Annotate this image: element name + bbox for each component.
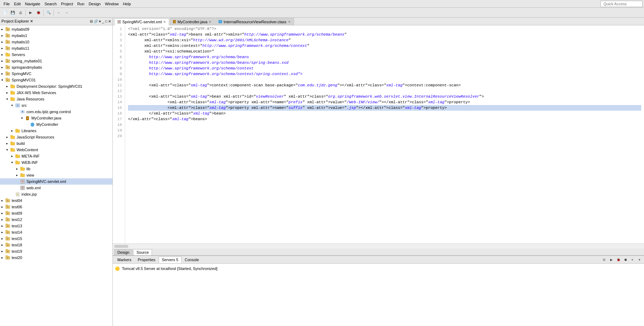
tree-item-lib[interactable]: ▸lib — [0, 166, 112, 172]
tree-item-test14[interactable]: ▸Ptest14 — [0, 229, 112, 235]
tab-close-icon[interactable]: ✕ — [163, 20, 166, 24]
tree-item-mybatis1[interactable]: ▸Pmybatis1 — [0, 32, 112, 39]
server-row[interactable]: 🟡Tomcat v8.5 Server at localhost [Starte… — [114, 265, 643, 272]
code-lines[interactable]: <?xml version="1.0" encoding="UTF-8"?><x… — [125, 25, 644, 244]
menu-project[interactable]: Project — [59, 2, 75, 6]
tree-item-JAXWSWebServices[interactable]: ▸JAX-WS Web Services — [0, 90, 112, 96]
close-icon[interactable]: ✕ — [108, 19, 111, 23]
maximize-icon[interactable]: □ — [105, 19, 107, 23]
tree-arrow-Libraries[interactable]: ▸ — [11, 129, 15, 133]
tree-item-test20[interactable]: ▸Ptest20 — [0, 254, 112, 261]
code-editor[interactable]: 1234567891011121314151617181920 <?xml ve… — [113, 25, 644, 248]
ds-tab-design[interactable]: Design — [114, 249, 133, 255]
tree-arrow-mybatis11[interactable]: ▸ — [1, 47, 5, 50]
tree-arrow-mybatis10[interactable]: ▸ — [1, 40, 5, 44]
tree-item-Libraries[interactable]: ▸Libraries — [0, 128, 112, 134]
tree-item-SpringMVC-servlet.xml[interactable]: ✕SpringMVC-servlet.xml — [0, 178, 112, 185]
menu-edit[interactable]: Edit — [12, 2, 23, 6]
collapse-all-icon[interactable]: ⊟ — [90, 19, 93, 23]
tree-arrow-test06[interactable]: ▸ — [1, 205, 5, 209]
bottom-action-btn-5[interactable]: ▾ — [636, 257, 643, 263]
tree-arrow-view[interactable]: ▸ — [16, 173, 20, 177]
menu-search[interactable]: Search — [42, 2, 59, 6]
tree-item-test15[interactable]: ▸Ptest15 — [0, 235, 112, 242]
tree-item-test19[interactable]: ▸Ptest19 — [0, 248, 112, 254]
minimize-icon[interactable]: _ — [102, 19, 104, 23]
tree-item-view[interactable]: ▸view — [0, 172, 112, 178]
tree-arrow-DeploymentDescriptor[interactable]: ▸ — [6, 85, 10, 88]
tree-item-DeploymentDescriptor[interactable]: ▸Deployment Descriptor: SpringMVC01 — [0, 83, 112, 90]
tree-item-test18[interactable]: ▸Ptest18 — [0, 242, 112, 248]
print-btn[interactable]: 🖨 — [17, 9, 24, 16]
tree-item-MyController[interactable]: CMyController — [0, 121, 112, 128]
tree-item-MyController.java[interactable]: ▾JMyController.java — [0, 115, 112, 121]
tree-item-mybatis11[interactable]: ▸Pmybatis11 — [0, 45, 112, 51]
menu-file[interactable]: File — [1, 2, 12, 6]
tree-item-Servers[interactable]: ▸Servers — [0, 51, 112, 58]
tree-arrow-META-INF[interactable]: ▸ — [11, 154, 15, 158]
tree-arrow-test20[interactable]: ▸ — [1, 256, 5, 259]
tree-arrow-SpringMVC[interactable]: ▸ — [1, 72, 5, 75]
search-btn[interactable]: 🔍 — [45, 9, 52, 16]
tree-item-WEB-INF[interactable]: ▾WEB-INF — [0, 159, 112, 166]
bottom-action-btn-2[interactable]: 🐞 — [615, 257, 621, 263]
tree-arrow-src[interactable]: ▾ — [11, 104, 15, 107]
menu-window[interactable]: Window — [103, 2, 121, 6]
tree-item-spring_mybatis01[interactable]: ▸Pspring_mybatis01 — [0, 58, 112, 64]
bottom-action-btn-1[interactable]: ▶ — [608, 257, 614, 263]
tree-item-mybatis09[interactable]: ▸Pmybatis09 — [0, 26, 112, 32]
tree-item-mybatis10[interactable]: ▸Pmybatis10 — [0, 39, 112, 45]
tree-arrow-test12[interactable]: ▸ — [1, 218, 5, 221]
tree-arrow-WebContent[interactable]: ▾ — [6, 148, 10, 152]
tree-item-test12[interactable]: ▸Ptest12 — [0, 216, 112, 223]
tree-arrow-test19[interactable]: ▸ — [1, 250, 5, 253]
tree-item-springandmybatis[interactable]: ▸Pspringandmybatis — [0, 64, 112, 70]
menu-help[interactable]: Help — [121, 2, 133, 6]
tab-close-icon[interactable]: ✕ — [288, 20, 291, 24]
bottom-action-btn-0[interactable]: ⊟ — [601, 257, 607, 263]
tree-item-META-INF[interactable]: ▸META-INF — [0, 153, 112, 159]
menu-navigate[interactable]: Navigate — [23, 2, 42, 6]
tree-item-test09[interactable]: ▸Ptest09 — [0, 210, 112, 216]
menu-design[interactable]: Design — [86, 2, 103, 6]
tree-item-build[interactable]: ▸build — [0, 140, 112, 147]
tree-item-JavaResources[interactable]: ▾Java Resources — [0, 96, 112, 102]
bottom-tab-console[interactable]: Console — [182, 257, 202, 263]
tree-arrow-test13[interactable]: ▸ — [1, 224, 5, 228]
tree-arrow-WEB-INF[interactable]: ▾ — [11, 161, 15, 164]
tree-arrow-test04[interactable]: ▸ — [1, 199, 5, 202]
tree-item-WebContent[interactable]: ▾WebContent — [0, 147, 112, 153]
tree-arrow-test18[interactable]: ▸ — [1, 243, 5, 247]
link-editor-icon[interactable]: 🔗 — [94, 19, 98, 23]
bottom-tab-properties[interactable]: Properties — [135, 257, 159, 263]
editor-tab-InternalResourceViewResolver-class[interactable]: C InternalResourceViewResolver.class ✕ — [215, 18, 294, 25]
view-menu-icon[interactable]: ▾ — [99, 19, 101, 23]
tree-arrow-JavaScriptResources[interactable]: ▸ — [6, 135, 10, 139]
tree-arrow-JavaResources[interactable]: ▾ — [6, 97, 10, 101]
tree-arrow-mybatis1[interactable]: ▸ — [1, 34, 5, 37]
tree-item-SpringMVC01[interactable]: ▾PSpringMVC01 — [0, 77, 112, 83]
bottom-tab-markers[interactable]: Markers — [114, 257, 135, 263]
horizontal-scrollbar[interactable] — [113, 244, 644, 248]
tree-item-test04[interactable]: ▸Ptest04 — [0, 197, 112, 204]
quick-access-input[interactable] — [600, 1, 643, 7]
new-file-btn[interactable]: 📄 — [1, 9, 8, 16]
bottom-tab-servers[interactable]: Servers 5 — [159, 257, 182, 263]
save-btn[interactable]: 💾 — [9, 9, 16, 16]
hscroll-thumb[interactable] — [114, 245, 128, 248]
tree-item-test13[interactable]: ▸Ptest13 — [0, 223, 112, 229]
tree-arrow-mybatis09[interactable]: ▸ — [1, 27, 5, 31]
tab-close-icon[interactable]: ✕ — [209, 20, 211, 24]
menu-run[interactable]: Run — [75, 2, 86, 6]
tree-arrow-JAXWSWebServices[interactable]: ▸ — [6, 91, 10, 94]
tree-item-com.edu.tjdz.geng.control[interactable]: com.edu.tjdz.geng.control — [0, 109, 112, 115]
tree-arrow-Servers[interactable]: ▸ — [1, 53, 5, 56]
tree-item-SpringMVC[interactable]: ▸PSpringMVC — [0, 70, 112, 77]
editor-tab-SpringMVC-servlet-xml[interactable]: ✕ SpringMVC-servlet.xml ✕ — [114, 18, 169, 25]
tree-arrow-lib[interactable]: ▸ — [16, 167, 20, 171]
run-btn[interactable]: ▶ — [27, 9, 34, 16]
tree-arrow-build[interactable]: ▸ — [6, 142, 10, 145]
tree-item-index.jsp[interactable]: Jindex.jsp — [0, 191, 112, 197]
tree-arrow-springandmybatis[interactable]: ▸ — [1, 66, 5, 69]
tree-arrow-test09[interactable]: ▸ — [1, 211, 5, 215]
